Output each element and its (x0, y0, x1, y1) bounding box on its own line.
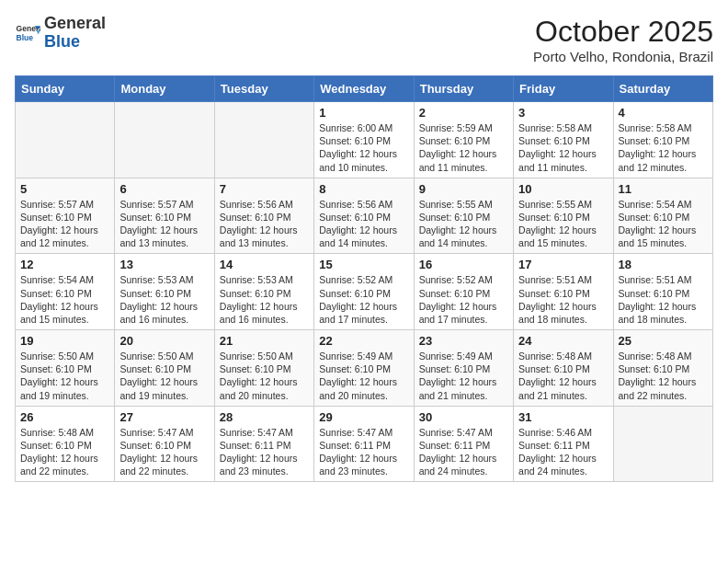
logo-icon: General Blue (15, 20, 40, 46)
day-info: Sunrise: 5:50 AM Sunset: 6:10 PM Dayligh… (119, 350, 209, 402)
day-info: Sunrise: 5:51 AM Sunset: 6:10 PM Dayligh… (619, 273, 708, 326)
calendar-cell: 6Sunrise: 5:57 AM Sunset: 6:10 PM Daylig… (115, 178, 214, 254)
day-number: 14 (220, 258, 309, 271)
day-number: 4 (619, 106, 708, 120)
day-info: Sunrise: 5:49 AM Sunset: 6:10 PM Dayligh… (419, 350, 508, 402)
day-info: Sunrise: 5:58 AM Sunset: 6:10 PM Dayligh… (518, 121, 608, 174)
day-info: Sunrise: 5:53 AM Sunset: 6:10 PM Dayligh… (220, 273, 309, 326)
day-number: 19 (20, 334, 109, 348)
day-number: 6 (119, 182, 209, 196)
day-info: Sunrise: 5:56 AM Sunset: 6:10 PM Dayligh… (220, 198, 309, 250)
day-number: 1 (319, 106, 408, 120)
header: General Blue General Blue October 2025 P… (15, 15, 713, 64)
day-number: 22 (319, 334, 408, 348)
calendar-cell: 16Sunrise: 5:52 AM Sunset: 6:10 PM Dayli… (414, 254, 513, 330)
day-info: Sunrise: 5:57 AM Sunset: 6:10 PM Dayligh… (20, 198, 109, 250)
calendar-cell: 3Sunrise: 5:58 AM Sunset: 6:10 PM Daylig… (514, 102, 613, 178)
calendar-cell: 14Sunrise: 5:53 AM Sunset: 6:10 PM Dayli… (214, 254, 313, 330)
calendar-cell: 9Sunrise: 5:55 AM Sunset: 6:10 PM Daylig… (414, 178, 513, 254)
day-info: Sunrise: 5:50 AM Sunset: 6:10 PM Dayligh… (20, 350, 109, 402)
day-number: 9 (419, 182, 508, 196)
day-header-friday: Friday (514, 76, 613, 102)
day-number: 29 (319, 410, 408, 424)
day-info: Sunrise: 5:46 AM Sunset: 6:11 PM Dayligh… (518, 426, 608, 478)
calendar-cell: 24Sunrise: 5:48 AM Sunset: 6:10 PM Dayli… (514, 330, 613, 407)
calendar-cell: 21Sunrise: 5:50 AM Sunset: 6:10 PM Dayli… (214, 330, 313, 407)
calendar-week-row: 26Sunrise: 5:48 AM Sunset: 6:10 PM Dayli… (16, 406, 713, 482)
calendar-cell (16, 102, 115, 178)
day-number: 8 (319, 182, 408, 196)
day-number: 16 (419, 258, 508, 271)
calendar-cell: 12Sunrise: 5:54 AM Sunset: 6:10 PM Dayli… (16, 254, 115, 330)
calendar-cell: 10Sunrise: 5:55 AM Sunset: 6:10 PM Dayli… (514, 178, 613, 254)
calendar-cell: 8Sunrise: 5:56 AM Sunset: 6:10 PM Daylig… (314, 178, 414, 254)
day-info: Sunrise: 5:55 AM Sunset: 6:10 PM Dayligh… (419, 198, 508, 250)
calendar-cell (214, 102, 313, 178)
day-number: 10 (518, 182, 608, 196)
day-info: Sunrise: 5:54 AM Sunset: 6:10 PM Dayligh… (619, 198, 708, 250)
day-number: 27 (119, 410, 209, 424)
calendar-cell: 19Sunrise: 5:50 AM Sunset: 6:10 PM Dayli… (16, 330, 115, 407)
day-info: Sunrise: 5:51 AM Sunset: 6:10 PM Dayligh… (518, 273, 608, 326)
calendar-week-row: 1Sunrise: 6:00 AM Sunset: 6:10 PM Daylig… (16, 102, 713, 178)
day-info: Sunrise: 5:56 AM Sunset: 6:10 PM Dayligh… (319, 198, 408, 250)
day-info: Sunrise: 5:58 AM Sunset: 6:10 PM Dayligh… (619, 121, 708, 174)
day-number: 24 (518, 334, 608, 348)
calendar-week-row: 5Sunrise: 5:57 AM Sunset: 6:10 PM Daylig… (16, 178, 713, 254)
day-number: 26 (20, 410, 109, 424)
calendar-cell: 26Sunrise: 5:48 AM Sunset: 6:10 PM Dayli… (16, 406, 115, 482)
day-number: 20 (119, 334, 209, 348)
calendar-cell: 20Sunrise: 5:50 AM Sunset: 6:10 PM Dayli… (115, 330, 214, 407)
day-number: 28 (220, 410, 309, 424)
svg-text:Blue: Blue (17, 33, 34, 42)
day-info: Sunrise: 5:53 AM Sunset: 6:10 PM Dayligh… (119, 273, 209, 326)
calendar-cell: 29Sunrise: 5:47 AM Sunset: 6:11 PM Dayli… (314, 406, 414, 482)
day-header-thursday: Thursday (414, 76, 513, 102)
calendar-cell: 27Sunrise: 5:47 AM Sunset: 6:10 PM Dayli… (115, 406, 214, 482)
day-info: Sunrise: 5:54 AM Sunset: 6:10 PM Dayligh… (20, 273, 109, 326)
day-number: 13 (119, 258, 209, 271)
calendar-cell: 28Sunrise: 5:47 AM Sunset: 6:11 PM Dayli… (214, 406, 313, 482)
day-header-monday: Monday (115, 76, 214, 102)
day-number: 3 (518, 106, 608, 120)
day-info: Sunrise: 5:50 AM Sunset: 6:10 PM Dayligh… (220, 350, 309, 402)
day-header-saturday: Saturday (613, 76, 712, 102)
calendar: SundayMondayTuesdayWednesdayThursdayFrid… (15, 75, 713, 482)
day-info: Sunrise: 5:48 AM Sunset: 6:10 PM Dayligh… (20, 426, 109, 478)
calendar-cell: 22Sunrise: 5:49 AM Sunset: 6:10 PM Dayli… (314, 330, 414, 407)
calendar-cell: 31Sunrise: 5:46 AM Sunset: 6:11 PM Dayli… (514, 406, 613, 482)
title-area: October 2025 Porto Velho, Rondonia, Braz… (533, 15, 713, 64)
day-number: 18 (619, 258, 708, 271)
calendar-header-row: SundayMondayTuesdayWednesdayThursdayFrid… (16, 76, 713, 102)
day-number: 17 (518, 258, 608, 271)
day-header-wednesday: Wednesday (314, 76, 414, 102)
day-info: Sunrise: 5:57 AM Sunset: 6:10 PM Dayligh… (119, 198, 209, 250)
day-number: 2 (419, 106, 508, 120)
day-info: Sunrise: 5:55 AM Sunset: 6:10 PM Dayligh… (518, 198, 608, 250)
day-number: 30 (419, 410, 508, 424)
calendar-cell: 15Sunrise: 5:52 AM Sunset: 6:10 PM Dayli… (314, 254, 414, 330)
calendar-cell: 2Sunrise: 5:59 AM Sunset: 6:10 PM Daylig… (414, 102, 513, 178)
calendar-cell: 25Sunrise: 5:48 AM Sunset: 6:10 PM Dayli… (613, 330, 712, 407)
logo: General Blue General Blue (15, 15, 106, 52)
calendar-cell: 18Sunrise: 5:51 AM Sunset: 6:10 PM Dayli… (613, 254, 712, 330)
calendar-cell: 30Sunrise: 5:47 AM Sunset: 6:11 PM Dayli… (414, 406, 513, 482)
day-info: Sunrise: 5:52 AM Sunset: 6:10 PM Dayligh… (319, 273, 408, 326)
logo-general-text: General (44, 14, 106, 32)
day-info: Sunrise: 5:49 AM Sunset: 6:10 PM Dayligh… (319, 350, 408, 402)
calendar-cell: 5Sunrise: 5:57 AM Sunset: 6:10 PM Daylig… (16, 178, 115, 254)
day-number: 31 (518, 410, 608, 424)
day-header-tuesday: Tuesday (214, 76, 313, 102)
day-info: Sunrise: 5:59 AM Sunset: 6:10 PM Dayligh… (419, 121, 508, 174)
calendar-week-row: 19Sunrise: 5:50 AM Sunset: 6:10 PM Dayli… (16, 330, 713, 407)
calendar-cell: 7Sunrise: 5:56 AM Sunset: 6:10 PM Daylig… (214, 178, 313, 254)
calendar-cell: 1Sunrise: 6:00 AM Sunset: 6:10 PM Daylig… (314, 102, 414, 178)
day-number: 23 (419, 334, 508, 348)
calendar-week-row: 12Sunrise: 5:54 AM Sunset: 6:10 PM Dayli… (16, 254, 713, 330)
calendar-cell: 4Sunrise: 5:58 AM Sunset: 6:10 PM Daylig… (613, 102, 712, 178)
day-info: Sunrise: 5:47 AM Sunset: 6:11 PM Dayligh… (220, 426, 309, 478)
logo-blue-text: Blue (44, 32, 80, 51)
day-number: 11 (619, 182, 708, 196)
calendar-cell (115, 102, 214, 178)
calendar-cell (613, 406, 712, 482)
